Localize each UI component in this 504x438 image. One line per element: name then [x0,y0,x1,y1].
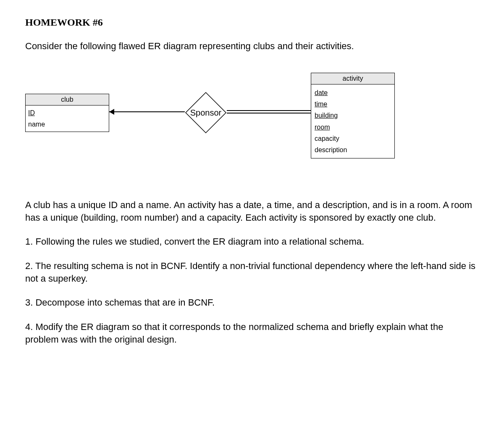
relationship-sponsor: Sponsor [185,92,227,134]
entity-activity: activity date time building room capacit… [311,73,395,158]
club-attr-name: name [28,119,106,130]
er-diagram: club ID name Sponsor activity date time … [25,73,479,182]
relationship-label: Sponsor [190,108,222,118]
activity-attr-room: room [315,121,391,133]
arrow-icon [109,109,114,115]
activity-attr-description: description [315,144,391,156]
question-4: 4. Modify the ER diagram so that it corr… [25,321,479,346]
question-3: 3. Decompose into schemas that are in BC… [25,296,479,309]
activity-attr-date: date [315,87,391,98]
connector-club-sponsor [109,111,185,112]
activity-attr-capacity: capacity [315,133,391,144]
club-attr-id: ID [28,107,106,119]
activity-attr-building: building [315,110,391,121]
intro-text: Consider the following flawed ER diagram… [25,41,479,52]
entity-activity-header: activity [311,73,394,84]
question-1: 1. Following the rules we studied, conve… [25,235,479,248]
connector-sponsor-activity [227,110,311,113]
activity-attr-time: time [315,98,391,110]
question-2: 2. The resulting schema is not in BCNF. … [25,260,479,285]
entity-club-header: club [26,94,109,106]
homework-title: HOMEWORK #6 [25,17,479,28]
entity-club: club ID name [25,94,109,132]
entity-club-body: ID name [26,106,109,132]
description-paragraph: A club has a unique ID and a name. An ac… [25,199,479,224]
entity-activity-body: date time building room capacity descrip… [311,84,394,158]
